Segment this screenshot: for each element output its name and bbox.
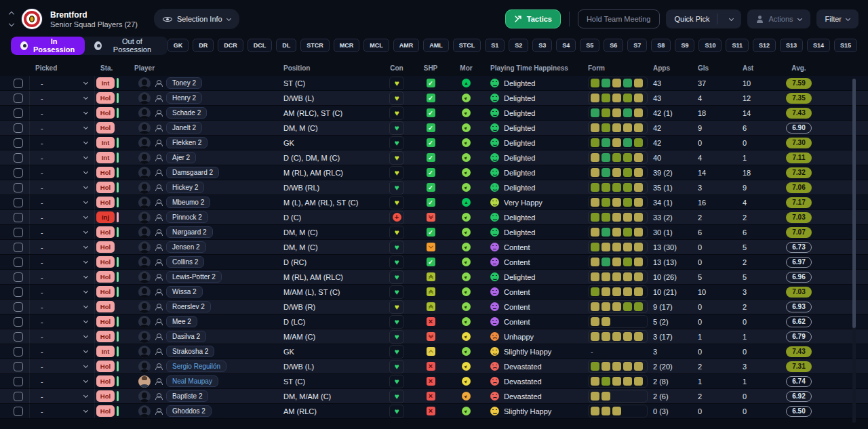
player-name[interactable]: Neal Maupay [166,375,218,387]
tab-in-possession[interactable]: In Possession [11,37,85,55]
row-checkbox[interactable] [14,317,23,327]
position-chip-s2[interactable]: S2 [509,39,528,52]
picked-dropdown[interactable]: - [30,165,95,180]
column-header-player[interactable]: Player [129,64,278,72]
picked-dropdown[interactable]: - [30,136,95,150]
row-checkbox[interactable] [14,258,23,267]
position-chip-dcl[interactable]: DCL [248,39,273,52]
player-profile-icon[interactable] [155,243,162,251]
column-header-sta[interactable]: Sta. [95,64,129,72]
player-name[interactable]: Strakosha 2 [166,346,214,357]
player-profile-icon[interactable] [155,258,162,266]
quick-pick-button[interactable]: Quick Pick [666,9,742,28]
tab-out-of-possession[interactable]: Out of Possession [85,37,167,55]
row-checkbox[interactable] [14,287,23,297]
row-checkbox[interactable] [14,198,23,207]
player-name[interactable]: Mbeumo 2 [166,197,210,208]
player-name[interactable]: Jensen 2 [166,241,206,253]
player-name[interactable]: Baptiste 2 [166,390,208,402]
row-checkbox[interactable] [14,392,23,401]
player-name[interactable]: Hickey 2 [166,182,204,193]
position-chip-s5[interactable]: S5 [580,39,599,52]
player-profile-icon[interactable] [155,169,162,176]
player-profile-icon[interactable] [155,184,162,191]
player-name[interactable]: Roerslev 2 [166,301,211,312]
position-chip-aml[interactable]: AML [423,39,449,52]
player-name[interactable]: Mee 2 [166,316,197,327]
player-profile-icon[interactable] [155,333,162,340]
player-name[interactable]: Ajer 2 [166,152,196,163]
player-name[interactable]: Henry 2 [166,92,202,104]
row-checkbox[interactable] [14,272,23,282]
player-profile-icon[interactable] [155,377,162,385]
position-chip-s1[interactable]: S1 [485,39,505,52]
picked-dropdown[interactable]: - [30,300,95,314]
picked-dropdown[interactable]: - [30,255,95,269]
picked-dropdown[interactable]: - [30,195,95,209]
row-checkbox[interactable] [14,332,23,342]
player-profile-icon[interactable] [155,109,162,117]
player-name[interactable]: Lewis-Potter 2 [166,271,222,283]
player-profile-icon[interactable] [155,303,162,310]
row-checkbox[interactable] [14,213,23,222]
column-header-apps[interactable]: Apps [652,64,696,72]
position-chip-s4[interactable]: S4 [556,39,576,52]
player-name[interactable]: Damsgaard 2 [166,167,219,178]
row-checkbox[interactable] [14,168,23,178]
position-chip-s7[interactable]: S7 [627,39,647,52]
filter-button[interactable]: Filter [816,9,859,28]
position-chip-dcr[interactable]: DCR [218,39,243,52]
player-name[interactable]: Nørgaard 2 [166,226,213,238]
picked-dropdown[interactable]: - [30,314,95,329]
row-checkbox[interactable] [14,79,23,88]
row-checkbox[interactable] [14,243,23,252]
row-checkbox[interactable] [14,407,23,416]
position-chip-mcl[interactable]: MCL [363,39,389,52]
position-chip-mcr[interactable]: MCR [334,39,360,52]
player-name[interactable]: Ghoddos 2 [166,405,212,417]
position-chip-stcl[interactable]: STCL [453,39,481,52]
column-header-ast[interactable]: Ast [741,64,775,72]
row-checkbox[interactable] [14,228,23,237]
picked-dropdown[interactable]: - [30,285,95,299]
column-header-mor[interactable]: Mor [448,64,485,72]
picked-dropdown[interactable]: - [30,106,95,120]
row-checkbox[interactable] [14,362,23,371]
tactics-button[interactable]: Tactics [505,9,561,28]
position-chip-dr[interactable]: DR [193,39,214,52]
position-chip-s6[interactable]: S6 [604,39,623,52]
row-checkbox[interactable] [14,94,23,103]
player-name[interactable]: Dasilva 2 [166,331,206,342]
column-header-con[interactable]: Con [380,64,414,72]
player-name[interactable]: Sergio Reguilón [166,361,226,372]
player-profile-icon[interactable] [155,407,162,415]
player-profile-icon[interactable] [155,139,162,146]
position-chip-s13[interactable]: S13 [780,39,803,52]
position-chip-s11[interactable]: S11 [726,39,749,52]
row-checkbox[interactable] [14,138,23,148]
nav-down-icon[interactable] [9,21,14,26]
row-checkbox[interactable] [14,183,23,192]
column-header-picked[interactable]: Picked [30,64,95,72]
picked-dropdown[interactable]: - [30,389,95,403]
row-checkbox[interactable] [14,347,23,356]
picked-dropdown[interactable]: - [30,76,95,90]
player-profile-icon[interactable] [155,363,162,370]
player-profile-icon[interactable] [155,348,162,355]
column-header-avg[interactable]: Avg. [775,64,823,72]
picked-dropdown[interactable]: - [30,180,95,195]
row-checkbox[interactable] [14,153,23,163]
player-name[interactable]: Pinnock 2 [166,211,208,223]
picked-dropdown[interactable]: - [30,210,95,224]
picked-dropdown[interactable]: - [30,270,95,284]
position-chip-dl[interactable]: DL [276,39,296,52]
row-checkbox[interactable] [14,123,23,133]
column-header-gls[interactable]: Gls [696,64,741,72]
player-name[interactable]: Collins 2 [166,256,204,268]
player-name[interactable]: Schade 2 [166,107,207,119]
picked-dropdown[interactable]: - [30,344,95,359]
player-profile-icon[interactable] [155,392,162,400]
player-name[interactable]: Janelt 2 [166,122,202,134]
picked-dropdown[interactable]: - [30,374,95,388]
picked-dropdown[interactable]: - [30,329,95,344]
